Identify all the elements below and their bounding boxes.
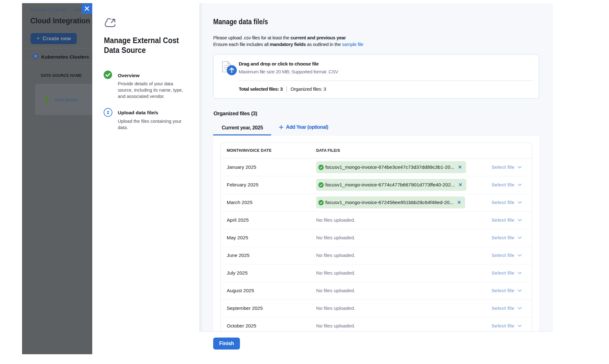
svg-text:2: 2 bbox=[107, 110, 109, 115]
